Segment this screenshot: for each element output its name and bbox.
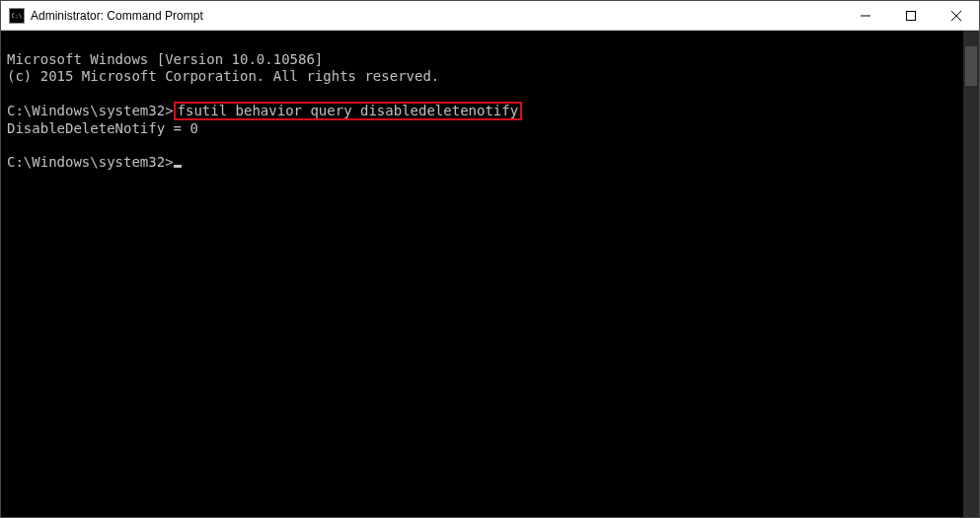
highlighted-command: fsutil behavior query disabledeletenotif… — [174, 102, 523, 120]
titlebar[interactable]: C:\ Administrator: Command Prompt — [1, 1, 979, 31]
close-button[interactable] — [934, 1, 979, 30]
window-controls — [843, 1, 979, 30]
maximize-button[interactable] — [888, 1, 934, 30]
console-text: Microsoft Windows [Version 10.0.10586] (… — [1, 31, 963, 517]
copyright-line: (c) 2015 Microsoft Corporation. All righ… — [7, 68, 439, 84]
minimize-button[interactable] — [843, 1, 888, 30]
prompt-prefix: C:\Windows\system32> — [7, 154, 174, 170]
prompt-prefix: C:\Windows\system32> — [7, 103, 174, 118]
app-icon: C:\ — [9, 8, 25, 24]
vertical-scrollbar[interactable] — [963, 31, 979, 517]
text-cursor — [174, 165, 182, 168]
svg-rect-1 — [907, 11, 916, 20]
scrollbar-thumb[interactable] — [965, 46, 977, 86]
close-icon — [951, 11, 961, 21]
command-prompt-window: C:\ Administrator: Command Prompt Micros… — [0, 0, 980, 518]
version-line: Microsoft Windows [Version 10.0.10586] — [7, 51, 323, 67]
console-area[interactable]: Microsoft Windows [Version 10.0.10586] (… — [1, 31, 979, 517]
app-icon-text: C:\ — [12, 13, 23, 19]
window-title: Administrator: Command Prompt — [31, 9, 843, 23]
command-output: DisableDeleteNotify = 0 — [7, 120, 198, 136]
minimize-icon — [861, 11, 870, 21]
maximize-icon — [906, 11, 916, 21]
